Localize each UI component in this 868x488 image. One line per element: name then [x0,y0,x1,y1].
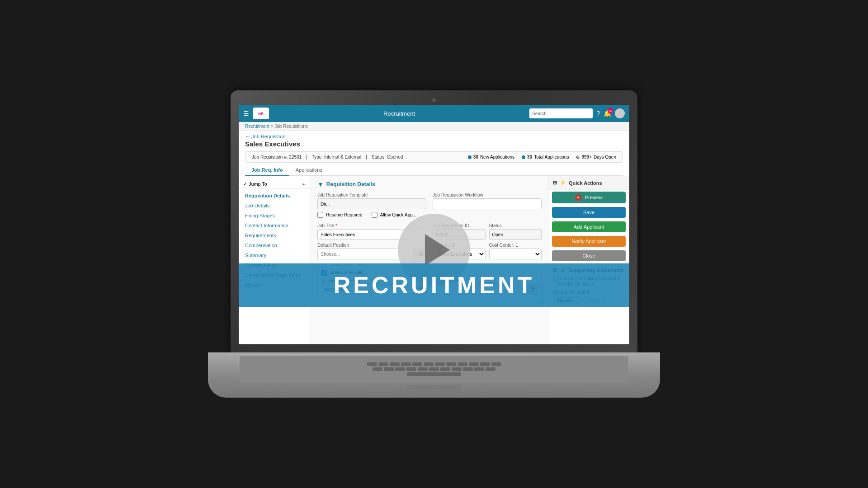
visibility-from-field: Visibility Date From 📅 [321,278,426,295]
user-avatar[interactable] [615,108,625,118]
preview-button[interactable]: ● Preview [552,192,626,203]
default-position-input[interactable] [317,249,414,259]
visibility-from-label: Visibility Date From [321,278,426,283]
sidebar-item-requirements[interactable]: Requirements [239,230,311,240]
breadcrumb-child: Job Requisitions [274,124,307,129]
docs-info-text: A maximum of 5 files are allowed to be a… [557,276,625,287]
laptop-screen: ☰ HR Recruitment ? 🔔 20 Recru [239,105,629,344]
supporting-docs-title: Supporting Documents [569,267,624,273]
visibility-to-input[interactable] [433,284,525,295]
new-applications-stat: 30 New Applications [468,155,514,160]
key [367,362,377,366]
key [373,367,382,371]
key [474,367,484,371]
default-job-label: Default Job [433,243,486,248]
default-position-btn[interactable]: ⊞ [415,249,426,259]
visibility-to-row: 📅 [433,284,538,295]
visibility-from-btn[interactable]: 📅 [415,284,426,295]
form-row-3: Default Position ⊞ Default Job [317,243,542,262]
save-button[interactable]: Save [552,207,626,218]
status-value: Open [489,229,542,240]
docs-info: ℹ A maximum of 5 files are allowed to be… [553,276,625,287]
center-content: ▼ Requisition Details Job Requisition Te… [311,176,548,344]
main-content: ✓ Jump To ⇤ Requisition Details Job Deta… [239,176,629,344]
sidebar-item-equest[interactable]: eQuest [239,280,311,290]
form-row-2: Job Title Job Requisition ID 22531 Statu… [317,223,542,243]
trackpad[interactable] [407,385,461,396]
sidebar-item-compensation[interactable]: Compensation [239,240,311,250]
quick-actions-title: Quick Actions [569,180,602,186]
job-title-label: Job Title [317,223,426,228]
header-title: Recruitment [273,110,526,117]
sidebar-header: ✓ Jump To ⇤ [239,180,311,189]
visibility-to-field: Visibility Date... 📅 [433,278,538,295]
cost-center-select[interactable] [489,249,542,259]
key [446,362,456,366]
key [463,367,473,371]
workflow-field: Job Requisition Workflow [433,192,542,209]
template-input-row: Dir... [317,198,426,209]
help-icon[interactable]: ? [596,110,600,117]
workflow-input[interactable] [433,198,542,209]
job-title-input[interactable] [317,229,426,240]
laptop-base [208,352,660,398]
sidebar-item-career-portal[interactable]: Career Portal Page Links [239,270,311,280]
sidebar-item-requisition-details[interactable]: Requisition Details [239,191,311,201]
cost-center-field: Cost Center: 1 [489,243,542,259]
close-button[interactable]: Close [552,250,626,261]
default-job-select[interactable]: Sales Executives [433,249,486,259]
notification-icon[interactable]: 🔔 20 [604,110,611,117]
add-applicant-button[interactable]: Add Applicant [552,221,626,232]
jump-to-label: ✓ Jump To [243,182,267,187]
requisition-details-header: ▼ Requisition Details [317,181,542,188]
tab-applications[interactable]: Applications [289,164,329,176]
key [458,362,467,366]
key [469,362,479,366]
notify-applicant-button[interactable]: Notify Applicant [552,236,626,247]
sidebar-collapse-icon[interactable]: ⇤ [302,182,306,187]
sidebar-item-hiring-stages[interactable]: Hiring Stages [239,211,311,221]
sidebar-item-custom-fields[interactable]: Custom Fields [239,260,311,270]
breadcrumb-parent[interactable]: Recruitment [245,124,269,129]
visibility-to-btn[interactable]: 📅 [527,284,538,295]
key [440,367,450,371]
job-info: Job Requisition #: 22531 | Type: Interna… [252,155,403,160]
key [435,362,445,366]
allow-quick-label: Allow Quick App... [380,212,417,217]
sidebar-item-summary[interactable]: Summary [239,250,311,260]
docs-expand-icon[interactable]: ⊞ [553,267,557,273]
stats-bar: Job Requisition #: 22531 | Type: Interna… [245,151,623,163]
status-visibility-check[interactable] [321,270,327,276]
visibility-from-input[interactable] [321,284,414,295]
resume-required-check[interactable] [317,212,323,218]
status-visibility-label: Status & Visibility [330,270,365,275]
search-input[interactable] [529,108,593,118]
req-id-field: Job Requisition ID 22531 [433,223,486,240]
spacebar-key [407,372,461,376]
visibility-from-row: 📅 [321,284,426,295]
sidebar-item-job-details[interactable]: Job Details [239,201,311,211]
info-icon: ℹ [553,276,555,287]
back-link[interactable]: ← Job Requisition [245,134,623,139]
choose-file-button[interactable]: Choose... [553,296,579,305]
quick-actions-header: ⊞ ⚡ Quick Actions [548,176,629,190]
left-sidebar: ✓ Jump To ⇤ Requisition Details Job Deta… [239,176,311,344]
camera [432,99,436,102]
preview-icon: ● [575,194,581,201]
allow-quick-check[interactable] [372,212,377,218]
visibility-dates: Visibility Date From 📅 Visibility Date..… [321,278,538,298]
tab-job-req-info[interactable]: Job Req. Info [245,164,289,176]
logo: HR [253,108,269,119]
page-title: Sales Executives [245,140,623,148]
keyboard [240,356,628,383]
section-toggle-icon[interactable]: ▼ [317,181,324,188]
key [384,367,394,371]
sidebar-item-contact-information[interactable]: Contact Information [239,221,311,230]
job-req-num: Job Requisition #: 22531 [252,155,302,160]
ui-wrapper: ☰ HR Recruitment ? 🔔 20 Recru [239,105,629,344]
default-position-label: Default Position [317,243,426,248]
job-status: Status: Opened [372,155,403,160]
menu-icon[interactable]: ☰ [243,110,249,117]
req-id-value: 22531 [433,229,486,240]
right-expand-icon[interactable]: ⊞ [553,180,557,186]
